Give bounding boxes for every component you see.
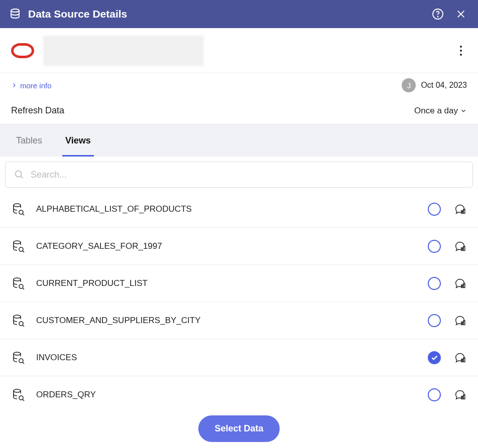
svg-point-20 <box>14 352 21 355</box>
chat-data-icon[interactable] <box>454 314 467 327</box>
views-list: ALPHABETICAL_LIST_OF_PRODUCTS C <box>0 191 478 413</box>
svg-point-4 <box>14 204 21 207</box>
page-title: Data Source Details <box>28 8 423 20</box>
more-actions-button[interactable] <box>455 41 467 61</box>
chat-data-icon[interactable] <box>454 277 467 290</box>
svg-point-21 <box>19 359 23 363</box>
select-data-button[interactable]: Select Data <box>198 415 279 442</box>
list-item: INVOICES <box>0 339 478 376</box>
source-header <box>0 28 478 73</box>
list-item: CUSTOMER_AND_SUPPLIERS_BY_CITY <box>0 302 478 339</box>
view-icon <box>11 351 26 365</box>
refresh-label: Refresh Data <box>11 105 64 116</box>
view-icon <box>11 202 26 216</box>
chevron-down-icon <box>460 107 467 114</box>
view-icon <box>11 314 26 328</box>
header-bar: Data Source Details <box>0 0 478 28</box>
chat-data-icon[interactable] <box>454 351 467 364</box>
select-checkbox[interactable] <box>428 388 441 401</box>
svg-point-12 <box>14 278 21 281</box>
svg-point-2 <box>437 16 438 17</box>
view-icon <box>11 388 26 402</box>
svg-point-25 <box>19 396 23 400</box>
select-checkbox[interactable] <box>428 314 441 327</box>
svg-point-5 <box>19 210 23 214</box>
footer: Select Data <box>0 410 478 448</box>
svg-point-17 <box>19 322 23 326</box>
avatar: J <box>402 78 416 92</box>
svg-point-24 <box>14 389 21 392</box>
oracle-logo <box>11 43 34 58</box>
tab-views[interactable]: Views <box>62 126 94 157</box>
source-date: Oct 04, 2023 <box>421 81 467 90</box>
view-icon <box>11 276 26 290</box>
view-name: INVOICES <box>36 353 428 363</box>
select-checkbox[interactable] <box>428 240 441 253</box>
view-name: CURRENT_PRODUCT_LIST <box>36 278 428 288</box>
source-name-redacted <box>43 36 204 66</box>
refresh-frequency-selector[interactable]: Once a day <box>414 106 467 116</box>
select-checkbox[interactable] <box>428 351 441 364</box>
database-icon <box>9 8 21 20</box>
search-wrap <box>0 157 478 191</box>
search-icon <box>14 169 25 180</box>
info-row: more info J Oct 04, 2023 <box>0 73 478 98</box>
view-name: ORDERS_QRY <box>36 390 428 400</box>
close-button[interactable] <box>453 6 469 22</box>
svg-point-3 <box>16 171 22 177</box>
tab-tables[interactable]: Tables <box>13 126 45 157</box>
view-name: CATEGORY_SALES_FOR_1997 <box>36 241 428 251</box>
tabs: Tables Views <box>0 124 478 157</box>
svg-point-8 <box>14 241 21 244</box>
search-input[interactable] <box>31 170 464 180</box>
list-item: CURRENT_PRODUCT_LIST <box>0 265 478 302</box>
svg-point-13 <box>19 284 23 288</box>
select-checkbox[interactable] <box>428 203 441 216</box>
more-info-label: more info <box>20 81 52 90</box>
refresh-row: Refresh Data Once a day <box>0 98 478 124</box>
select-checkbox[interactable] <box>428 277 441 290</box>
help-button[interactable] <box>430 6 446 22</box>
more-info-toggle[interactable]: more info <box>11 81 52 90</box>
view-name: ALPHABETICAL_LIST_OF_PRODUCTS <box>36 204 428 214</box>
svg-point-0 <box>11 9 19 12</box>
chevron-right-icon <box>11 82 17 88</box>
chat-data-icon[interactable] <box>454 203 467 216</box>
list-item: ORDERS_QRY <box>0 376 478 413</box>
list-item: CATEGORY_SALES_FOR_1997 <box>0 228 478 265</box>
search-box[interactable] <box>5 162 473 188</box>
chat-data-icon[interactable] <box>454 240 467 253</box>
svg-point-16 <box>14 315 21 318</box>
view-name: CUSTOMER_AND_SUPPLIERS_BY_CITY <box>36 316 428 326</box>
chat-data-icon[interactable] <box>454 388 467 401</box>
view-icon <box>11 239 26 253</box>
list-item: ALPHABETICAL_LIST_OF_PRODUCTS <box>0 191 478 228</box>
svg-point-9 <box>19 247 23 251</box>
